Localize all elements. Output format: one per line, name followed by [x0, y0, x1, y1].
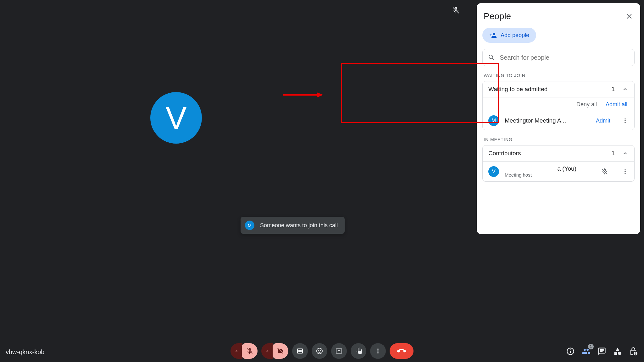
panel-header: People — [482, 9, 635, 28]
captions-icon — [296, 347, 304, 355]
reactions-button[interactable] — [312, 343, 327, 359]
main-avatar: V — [150, 92, 202, 144]
people-panel-button[interactable]: 1 — [582, 347, 591, 356]
present-icon — [335, 347, 343, 355]
contributor-mic-off-icon — [601, 168, 608, 175]
panel-title: People — [484, 11, 511, 21]
toast-avatar: M — [245, 221, 254, 230]
right-controls: 1 — [566, 347, 638, 356]
close-panel-button[interactable] — [625, 12, 633, 20]
center-controls — [230, 343, 414, 359]
collapse-waiting-button[interactable] — [622, 86, 629, 93]
camera-options-button[interactable] — [261, 343, 273, 359]
waiting-count: 1 — [611, 86, 615, 93]
main-avatar-initial: V — [166, 100, 187, 136]
more-options-button[interactable] — [370, 343, 386, 359]
raise-hand-button[interactable] — [351, 343, 366, 359]
end-call-button[interactable] — [390, 343, 414, 359]
mic-control-group — [230, 343, 258, 359]
camera-off-icon — [277, 347, 284, 355]
contributor-role: Meeting host — [505, 172, 595, 178]
more-vert-icon — [374, 347, 382, 355]
admit-all-button[interactable]: Admit all — [606, 101, 627, 108]
more-vert-icon — [622, 168, 629, 175]
search-people-input[interactable] — [500, 54, 629, 61]
emoji-icon — [316, 347, 323, 355]
svg-marker-1 — [317, 92, 323, 97]
waiting-header-label: Waiting to be admitted — [488, 86, 547, 93]
contributor-more-button[interactable] — [622, 168, 629, 175]
annotation-arrow — [283, 92, 324, 98]
chevron-up-icon — [622, 150, 629, 157]
waiting-person-row: M Meetingtor Meeting A... Admit — [483, 112, 634, 130]
mic-off-icon — [246, 347, 253, 355]
join-request-toast: M Someone wants to join this call — [241, 217, 345, 234]
contributors-count: 1 — [611, 150, 615, 157]
contributors-card: Contributors 1 V a (You) Meeting host — [482, 145, 635, 182]
meeting-details-button[interactable] — [566, 347, 575, 356]
contributor-person-row: V a (You) Meeting host — [483, 161, 634, 181]
people-count-badge: 1 — [588, 344, 594, 349]
waiting-card: Waiting to be admitted 1 Deny all Admit … — [482, 81, 635, 130]
camera-control-group — [261, 343, 288, 359]
mic-toggle-button[interactable] — [242, 343, 258, 359]
camera-toggle-button[interactable] — [273, 343, 288, 359]
contributor-avatar: V — [488, 166, 499, 177]
hangup-icon — [397, 346, 406, 356]
participant-mic-off-icon — [452, 6, 460, 14]
add-people-label: Add people — [501, 32, 529, 39]
collapse-contributors-button[interactable] — [622, 150, 629, 157]
toast-message: Someone wants to join this call — [260, 222, 338, 229]
host-controls-button[interactable] — [629, 347, 638, 356]
lock-person-icon — [629, 347, 638, 356]
chevron-up-icon — [622, 86, 629, 93]
search-icon — [488, 54, 495, 61]
shapes-icon — [613, 347, 622, 356]
waiting-section-label: WAITING TO JOIN — [484, 73, 635, 78]
close-icon — [625, 12, 633, 20]
chat-button[interactable] — [597, 347, 606, 356]
captions-button[interactable] — [292, 343, 308, 359]
mic-options-button[interactable] — [230, 343, 242, 359]
present-button[interactable] — [331, 343, 347, 359]
meeting-code: vhw-qknx-kob — [6, 348, 44, 356]
add-people-button[interactable]: Add people — [482, 28, 536, 43]
waiting-person-more-button[interactable] — [622, 117, 629, 124]
contributors-header-label: Contributors — [488, 150, 521, 157]
search-people-container — [482, 49, 635, 66]
activities-button[interactable] — [613, 347, 622, 356]
in-meeting-section-label: IN MEETING — [484, 137, 635, 142]
hand-icon — [355, 347, 362, 355]
waiting-person-avatar: M — [488, 115, 499, 126]
person-add-icon — [489, 31, 497, 39]
more-vert-icon — [622, 117, 629, 124]
deny-all-button[interactable]: Deny all — [576, 101, 597, 108]
contributor-name: a (You) — [505, 165, 595, 172]
chat-icon — [597, 347, 606, 356]
waiting-actions-row: Deny all Admit all — [483, 97, 634, 112]
bottom-bar: vhw-qknx-kob — [0, 337, 644, 362]
contributors-header-row[interactable]: Contributors 1 — [483, 145, 634, 161]
people-panel: People Add people WAITING TO JOIN Waitin… — [477, 3, 640, 234]
admit-button[interactable]: Admit — [596, 118, 610, 124]
info-icon — [566, 347, 575, 356]
waiting-header-row[interactable]: Waiting to be admitted 1 — [483, 81, 634, 97]
waiting-person-name: Meetingtor Meeting A... — [505, 117, 590, 124]
